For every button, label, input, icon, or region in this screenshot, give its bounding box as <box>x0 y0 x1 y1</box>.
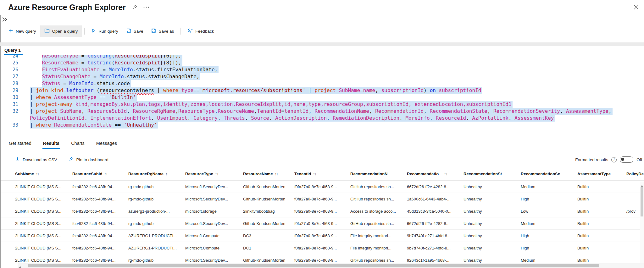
code-line: 24ResourceType = tostring(ResourceIdspli… <box>1 55 644 59</box>
open-query-button[interactable]: Open a query <box>40 25 82 37</box>
table-row[interactable]: 2LINKIT CLOUD (MS S...fce4f282-fcc6-43fb… <box>1 230 644 242</box>
horizontal-scrollbar[interactable] <box>18 263 644 268</box>
tab-query-1[interactable]: Query 1 <box>1 46 25 55</box>
table-cell: GitHub repositories sh... <box>350 197 407 201</box>
table-cell: Microsoft.Compute <box>185 233 243 238</box>
column-header-resourcesubid[interactable]: ResourceSubId↑↓ <box>72 172 128 176</box>
pin-blade-icon[interactable] <box>132 5 137 10</box>
sort-arrows-icon[interactable]: ↑↓ <box>275 172 278 176</box>
code-line: PolicyDefinitionId, ImplementationEffort… <box>1 115 644 122</box>
column-header-recommendationst[interactable]: RecommendationSt... <box>464 172 521 176</box>
table-cell: Github-KnudsenMorten <box>243 258 294 263</box>
save-as-icon <box>151 28 156 34</box>
pin-to-dashboard-button[interactable]: Pin to dashboard <box>69 157 108 163</box>
table-cell: Microsoft.SecurityDev... <box>185 221 243 226</box>
expand-panel-icon[interactable] <box>2 16 8 24</box>
table-cell: AZURERG1-PRODUCTI... <box>128 246 185 250</box>
column-header-resourcergname[interactable]: ResourceRgName↑↓ <box>128 172 185 176</box>
download-csv-button[interactable]: Download as CSV <box>15 157 57 163</box>
table-row[interactable]: 2LINKIT CLOUD (MS S...fce4f282-fcc6-43fb… <box>1 217 644 230</box>
sort-arrows-icon[interactable]: ↑↓ <box>313 172 316 176</box>
column-header-recommendationse[interactable]: RecommendationSe... <box>521 172 577 176</box>
line-number: 25 <box>1 59 18 66</box>
table-cell: Unhealthy <box>464 233 521 238</box>
toolbar-divider <box>180 28 181 35</box>
column-header-tenantid[interactable]: TenantId↑↓ <box>294 172 350 176</box>
vertical-scroll-thumb[interactable] <box>641 187 643 216</box>
table-row[interactable]: 2LINKIT CLOUD (MS S...fce4f282-fcc6-43fb… <box>1 193 644 205</box>
table-cell: rg-mdc-github <box>128 258 185 263</box>
scroll-left-arrow-icon[interactable] <box>19 265 21 268</box>
sort-arrows-icon[interactable]: ↑↓ <box>165 172 169 176</box>
table-cell: BuiltIn <box>577 258 626 263</box>
table-cell: AZURERG1-PRODUCTI... <box>128 233 185 238</box>
run-query-button[interactable]: Run query <box>87 25 122 37</box>
table-cell: Microsoft.SecurityDev... <box>185 184 243 189</box>
results-tab-bar: Get startedResultsChartsMessages <box>1 134 644 152</box>
info-icon[interactable]: i <box>611 157 617 162</box>
column-header-assessmenttype[interactable]: AssessmentType <box>577 172 626 176</box>
save-button[interactable]: Save <box>122 25 147 37</box>
sort-arrows-icon[interactable]: ↑↓ <box>36 172 39 176</box>
save-as-button[interactable]: Save as <box>147 25 178 37</box>
line-number: 27 <box>1 73 18 80</box>
column-header-policydefinitionid[interactable]: PolicyDefinitionId <box>626 172 644 176</box>
toggle-state-label: Off <box>636 157 642 162</box>
play-icon <box>91 28 96 34</box>
table-row[interactable]: 2LINKIT CLOUD (MS S...fce4f282-fcc6-43fb… <box>1 254 644 264</box>
tab-messages[interactable]: Messages <box>96 141 118 146</box>
column-header-recommendatio[interactable]: Recommendatio...↑↓ <box>407 172 464 176</box>
table-cell: 2LINKIT CLOUD (MS S... <box>15 233 72 238</box>
new-query-button[interactable]: New query <box>4 25 40 37</box>
tab-get-started[interactable]: Get started <box>8 141 32 146</box>
table-cell: Microsoft.Compute <box>185 246 243 250</box>
code-line: 29| join kind=leftouter (resourcecontain… <box>1 87 644 94</box>
table-cell: DC1 <box>243 246 294 250</box>
table-cell: Low <box>521 209 577 214</box>
tab-charts[interactable]: Charts <box>70 141 85 146</box>
table-cell: Unhealthy <box>464 197 521 201</box>
table-cell: f0fa27a0-8e7c-4f63-9... <box>294 221 350 226</box>
table-cell: File integrity monitori... <box>350 246 407 250</box>
table-cell: fce4f282-fcc6-43fb-94... <box>72 233 128 238</box>
line-number: 24 <box>1 55 18 59</box>
table-cell: Unhealthy <box>464 184 521 189</box>
feedback-button[interactable]: Feedback <box>183 25 218 37</box>
toolbar: New query Open a query Run query Save <box>4 25 644 37</box>
table-cell: 9b7d740f-c271-4bfd-8... <box>407 246 464 250</box>
close-icon[interactable] <box>633 4 639 10</box>
column-header-resourcetype[interactable]: ResourceType↑↓ <box>185 172 243 176</box>
table-cell: Microsoft.SecurityDev... <box>185 258 243 263</box>
column-header-recommendationn[interactable]: RecommendationN... <box>350 172 407 176</box>
sort-arrows-icon[interactable]: ↑↓ <box>104 172 107 176</box>
table-cell: Access to storage acco... <box>350 209 407 214</box>
horizontal-scroll-thumb[interactable] <box>28 264 599 267</box>
code-editor[interactable]: 24ResourceType = tostring(ResourceIdspli… <box>1 55 644 134</box>
code-line: 25ResourceName = tostring(ResourceIdspli… <box>1 59 644 66</box>
table-cell: rg-mdc-github <box>128 197 185 201</box>
table-row[interactable]: 2LINKIT CLOUD (MS S...fce4f282-fcc6-43fb… <box>1 205 644 217</box>
table-cell: 2linkitvmbootdiag <box>243 209 294 214</box>
table-row[interactable]: 2LINKIT CLOUD (MS S...fce4f282-fcc6-43fb… <box>1 181 644 193</box>
column-header-resourcename[interactable]: ResourceName↑↓ <box>243 172 294 176</box>
table-cell: f0fa27a0-8e7c-4f63-9... <box>294 197 350 201</box>
table-cell: 92643c1f-1a95-4b68-... <box>407 258 464 263</box>
sort-arrows-icon[interactable]: ↑↓ <box>215 172 218 176</box>
table-cell: 6672df26-ff2e-4282-8... <box>407 184 464 189</box>
table-cell: azurerg1-production-... <box>128 209 185 214</box>
table-cell: GitHub repositories sh... <box>350 184 407 189</box>
table-cell: BuiltIn <box>577 221 626 226</box>
table-row[interactable]: 2LINKIT CLOUD (MS S...fce4f282-fcc6-43fb… <box>1 242 644 254</box>
formatted-results-toggle[interactable] <box>620 156 633 163</box>
line-number: 32 <box>1 108 18 115</box>
vertical-scrollbar[interactable] <box>640 182 644 263</box>
column-header-subname[interactable]: SubName↑↓ <box>15 172 72 176</box>
table-cell: 9b7d740f-c271-4bfd-8... <box>407 233 464 238</box>
download-icon <box>15 157 20 163</box>
table-cell: fce4f282-fcc6-43fb-94... <box>72 258 128 263</box>
tab-results[interactable]: Results <box>42 141 60 146</box>
table-cell: 6672df26-ff2e-4282-8... <box>407 221 464 226</box>
ellipsis-icon[interactable] <box>143 6 149 8</box>
sort-arrows-icon[interactable]: ↑↓ <box>444 172 447 176</box>
table-cell: fce4f282-fcc6-43fb-94... <box>72 209 128 214</box>
